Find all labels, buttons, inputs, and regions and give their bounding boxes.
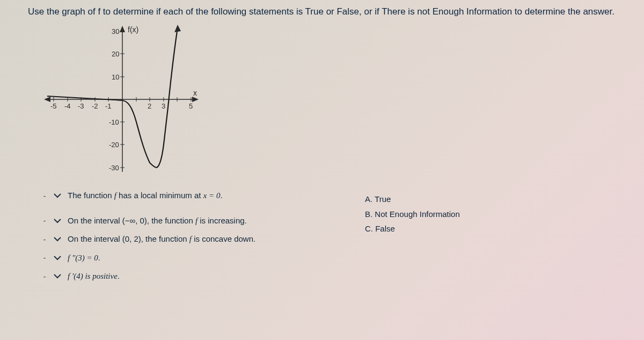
y-tick-n10: -10 [109, 118, 119, 126]
dropdown-1[interactable] [52, 191, 63, 200]
y-tick-30: 30 [112, 27, 119, 35]
svg-text:2: 2 [148, 102, 151, 110]
y-axis-label: f(x) [128, 25, 138, 34]
svg-text:-4: -4 [64, 102, 71, 110]
graph-svg: 30 20 10 -10 -20 -30 -5 -4 -3 -2 -1 2 3 … [42, 21, 203, 177]
y-tick-n30: -30 [109, 164, 119, 172]
y-tick-n20: -20 [109, 141, 119, 149]
answer-slot: - [41, 216, 48, 225]
statement-1-text: The function f has a local minimum at x … [68, 190, 223, 201]
answer-slot: - [41, 253, 48, 262]
chevron-down-icon [54, 193, 61, 198]
dropdown-5[interactable] [52, 271, 63, 281]
x-axis-label: x [193, 89, 197, 97]
answer-slot: - [41, 191, 48, 200]
chevron-down-icon [54, 255, 61, 261]
svg-text:5: 5 [189, 102, 193, 110]
dropdown-4[interactable] [52, 253, 63, 263]
graph-plot: 30 20 10 -10 -20 -30 -5 -4 -3 -2 -1 2 3 … [42, 21, 203, 177]
statement-row-5: - f ′(4) is positive. [41, 271, 255, 282]
statement-row-2: - On the interval (−∞, 0), the function … [41, 215, 255, 227]
dropdown-2[interactable] [52, 216, 63, 226]
svg-text:3: 3 [162, 102, 165, 110]
answer-b: B. Not Enough Information [365, 207, 460, 221]
svg-text:-5: -5 [50, 102, 57, 110]
statement-row-4: - f ″(3) = 0. [41, 252, 255, 264]
statement-4-text: f ″(3) = 0. [68, 252, 100, 264]
y-tick-20: 20 [112, 50, 119, 58]
curve-arrow [174, 25, 181, 32]
statement-5-text: f ′(4) is positive. [68, 271, 120, 282]
answer-choices: A. True B. Not Enough Information C. Fal… [365, 192, 460, 237]
answer-a: A. True [365, 192, 460, 206]
statement-2-text: On the interval (−∞, 0), the function f … [68, 215, 247, 227]
dropdown-3[interactable] [52, 234, 63, 244]
chevron-down-icon [54, 236, 61, 242]
answer-slot: - [41, 235, 48, 244]
statement-3-text: On the interval (0, 2), the function f i… [68, 234, 255, 245]
chevron-down-icon [54, 273, 61, 279]
y-tick-10: 10 [112, 73, 119, 81]
answer-slot: - [41, 272, 48, 281]
question-prompt: Use the graph of f to determine if each … [26, 6, 618, 17]
svg-text:-3: -3 [78, 102, 84, 110]
svg-text:-1: -1 [105, 102, 112, 110]
statements-list: - The function f has a local minimum at … [41, 190, 255, 290]
statement-row-1: - The function f has a local minimum at … [41, 190, 255, 201]
statement-row-3: - On the interval (0, 2), the function f… [41, 234, 255, 245]
x-axis-arrow [192, 97, 199, 102]
svg-text:-2: -2 [92, 102, 98, 110]
answer-c: C. False [365, 222, 460, 236]
x-axis-arrow-left [44, 97, 50, 102]
chevron-down-icon [54, 218, 61, 223]
